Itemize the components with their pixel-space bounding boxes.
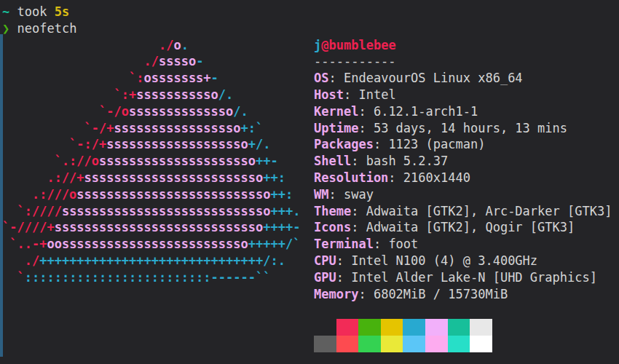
text-segment: `:+ xyxy=(2,87,136,102)
text-segment: sssssssssssssssssso xyxy=(106,137,248,151)
palette-swatch xyxy=(425,336,448,352)
label-separator: : xyxy=(358,121,373,135)
ascii-art-line: ./o. xyxy=(2,37,300,54)
prompt-command-line: ❯ neofetch xyxy=(2,20,300,37)
info-label: Theme xyxy=(314,204,351,218)
text-segment: took xyxy=(9,4,54,19)
text-segment: ssssssssssssssssssssssssso xyxy=(76,187,270,202)
palette-swatch xyxy=(448,319,470,336)
info-entry: Packages: 1123 (pacman) xyxy=(314,136,612,153)
info-entry: Shell: bash 5.2.37 xyxy=(314,153,612,170)
info-label: Icons xyxy=(314,220,351,234)
label-separator: : xyxy=(358,287,373,301)
info-value: Intel xyxy=(358,87,395,102)
text-segment: osssssss+ xyxy=(143,71,210,85)
info-value: EndeavourOS Linux x86_64 xyxy=(344,71,523,85)
label-separator: : xyxy=(374,237,388,251)
text-segment: +/. xyxy=(248,137,271,151)
username: j xyxy=(314,38,321,52)
info-entry: GPU: Intel Alder Lake-N [UHD Graphics] xyxy=(314,269,612,286)
text-segment: `-:/+ xyxy=(2,137,106,151)
palette-swatch xyxy=(358,319,381,336)
ascii-art-line: `:////ssssssssssssssssssssssssssso+++. xyxy=(2,203,300,220)
neofetch-ascii-logo: ./o. ./sssso- `:osssssss+- `:+ssssssssss… xyxy=(2,37,300,286)
info-label: CPU xyxy=(314,253,336,268)
text-segment: +++. xyxy=(270,204,300,218)
label-separator: : xyxy=(351,154,366,168)
text-segment: - xyxy=(211,71,218,85)
label-separator: : xyxy=(351,204,366,218)
ascii-art-line: `-/ossssssssssssso/. xyxy=(2,103,300,120)
info-label: Resolution xyxy=(314,170,388,185)
text-segment: `: xyxy=(2,71,143,85)
info-entry: WM: sway xyxy=(314,186,612,203)
label-separator: : xyxy=(336,253,351,268)
text-segment: ` xyxy=(2,270,25,285)
info-entry: Icons: Adwaita [GTK2], Qogir [GTK3] xyxy=(314,219,612,236)
ascii-art-line: `.://osssssssssssssssssssso++- xyxy=(2,153,300,170)
text-segment: ++++++++++++++++++++++++++++++/:. xyxy=(39,253,285,268)
info-value: 6.12.1-arch1-1 xyxy=(374,104,478,119)
text-segment: `.://o xyxy=(2,154,99,168)
text-segment: 5s xyxy=(55,4,69,19)
text-segment: . xyxy=(181,38,189,52)
palette-swatch xyxy=(358,336,381,352)
text-segment: ++++- xyxy=(263,220,300,234)
terminal-window: ~ took 5s ❯ neofetch ./o. ./sssso- `:oss… xyxy=(0,0,619,364)
info-value: Adwaita [GTK2], Qogir [GTK3] xyxy=(366,220,575,234)
neofetch-title: j@bumblebee xyxy=(314,37,612,54)
info-label: Memory xyxy=(314,287,358,301)
label-separator: : xyxy=(328,71,343,85)
info-entry: CPU: Intel N100 (4) @ 3.400GHz xyxy=(314,253,612,269)
info-entry: Host: Intel xyxy=(314,87,612,103)
text-segment: /. xyxy=(218,87,233,102)
ascii-art-line: `..-+oosssssssssssssssssssssssso+++++/` xyxy=(2,236,300,253)
neofetch-info-column: j@bumblebee ----------- OS: EndeavourOS … xyxy=(314,37,612,352)
palette-swatch xyxy=(314,336,336,352)
label-separator: : xyxy=(374,137,388,151)
info-entry: OS: EndeavourOS Linux x86_64 xyxy=(314,70,612,87)
terminal-screen[interactable]: ~ took 5s ❯ neofetch ./o. ./sssso- `:oss… xyxy=(2,4,300,286)
info-label: GPU xyxy=(314,270,336,285)
ascii-art-line: .:///ossssssssssssssssssssssssso++: xyxy=(2,186,300,203)
info-entry: Kernel: 6.12.1-arch1-1 xyxy=(314,103,612,120)
label-separator: : xyxy=(336,270,351,285)
info-entry: Uptime: 53 days, 14 hours, 13 mins xyxy=(314,120,612,137)
info-value: Adwaita [GTK2], Arc-Darker [GTK3] xyxy=(366,204,612,218)
prompt-status-line: ~ took 5s xyxy=(2,4,300,20)
text-segment: +:` xyxy=(241,121,264,135)
text-segment: oosssssssssssssssssssssssso xyxy=(47,237,248,251)
ascii-art-line: .://+ssssssssssssssssssssssso++: xyxy=(2,170,300,186)
info-value: Intel Alder Lake-N [UHD Graphics] xyxy=(351,270,597,285)
text-segment: .:///o xyxy=(2,187,76,202)
info-value: 6802MiB / 15730MiB xyxy=(374,287,508,301)
text-segment: ++- xyxy=(256,154,278,168)
text-segment: sssso xyxy=(159,54,196,68)
palette-swatch xyxy=(403,336,425,352)
text-segment: ./ xyxy=(2,253,39,268)
text-segment: ++: xyxy=(263,170,285,185)
ascii-art-line: `:+sssssssssso/. xyxy=(2,87,300,103)
text-segment: o xyxy=(173,38,181,52)
palette-row-bright xyxy=(314,336,612,352)
palette-swatch xyxy=(336,336,359,352)
palette-swatch xyxy=(381,336,403,352)
text-segment: - xyxy=(196,54,203,68)
text-segment: sssssssssso xyxy=(136,87,218,102)
label-separator: : xyxy=(344,87,358,102)
text-segment: :::::::::::::::::::::::::------`` xyxy=(25,270,271,285)
info-label: Shell xyxy=(314,154,351,168)
info-label: Uptime xyxy=(314,121,358,135)
text-segment: sssssssssssssssso xyxy=(114,121,241,135)
text-segment: ./ xyxy=(2,54,159,68)
info-label: Host xyxy=(314,87,344,102)
text-segment: `-/o xyxy=(2,104,129,119)
palette-swatch xyxy=(448,336,470,352)
ascii-art-line: `:osssssss+- xyxy=(2,70,300,87)
text-segment: ++: xyxy=(270,187,293,202)
label-separator: : xyxy=(351,220,366,234)
text-segment: ssssssssssssso xyxy=(129,104,233,119)
info-value: Intel N100 (4) @ 3.400GHz xyxy=(351,253,537,268)
info-value: foot xyxy=(388,237,418,251)
color-palette xyxy=(314,319,612,352)
